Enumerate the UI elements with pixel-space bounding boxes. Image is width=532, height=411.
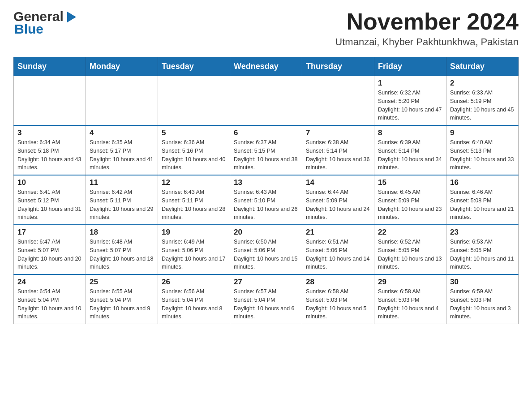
day-number: 1 (378, 79, 442, 88)
calendar-cell: 9Sunrise: 6:40 AMSunset: 5:13 PMDaylight… (446, 125, 519, 175)
calendar-cell: 10Sunrise: 6:41 AMSunset: 5:12 PMDayligh… (14, 175, 86, 225)
day-number: 14 (306, 178, 370, 187)
calendar-week-row: 17Sunrise: 6:47 AMSunset: 5:07 PMDayligh… (14, 225, 519, 274)
calendar-cell: 11Sunrise: 6:42 AMSunset: 5:11 PMDayligh… (86, 175, 158, 225)
logo-blue-text: Blue (14, 21, 43, 37)
day-info: Sunrise: 6:53 AMSunset: 5:05 PMDaylight:… (450, 238, 515, 271)
calendar-week-row: 10Sunrise: 6:41 AMSunset: 5:12 PMDayligh… (14, 175, 519, 225)
calendar-cell: 21Sunrise: 6:51 AMSunset: 5:06 PMDayligh… (302, 225, 374, 274)
day-info: Sunrise: 6:57 AMSunset: 5:04 PMDaylight:… (234, 287, 298, 321)
calendar-cell (230, 76, 302, 126)
day-info: Sunrise: 6:40 AMSunset: 5:13 PMDaylight:… (450, 138, 515, 172)
location-subtitle: Utmanzai, Khyber Pakhtunkhwa, Pakistan (335, 36, 519, 48)
calendar-cell: 2Sunrise: 6:33 AMSunset: 5:19 PMDaylight… (446, 76, 519, 126)
day-number: 29 (378, 278, 442, 287)
day-number: 23 (450, 228, 515, 237)
calendar-week-row: 1Sunrise: 6:32 AMSunset: 5:20 PMDaylight… (14, 76, 519, 126)
day-number: 2 (450, 79, 515, 88)
calendar-cell: 22Sunrise: 6:52 AMSunset: 5:05 PMDayligh… (374, 225, 446, 274)
calendar-cell: 17Sunrise: 6:47 AMSunset: 5:07 PMDayligh… (14, 225, 86, 274)
calendar-cell: 8Sunrise: 6:39 AMSunset: 5:14 PMDaylight… (374, 125, 446, 175)
day-number: 28 (306, 278, 370, 287)
day-info: Sunrise: 6:44 AMSunset: 5:09 PMDaylight:… (306, 188, 370, 222)
calendar-cell (158, 76, 230, 126)
day-number: 7 (306, 128, 370, 137)
day-info: Sunrise: 6:50 AMSunset: 5:06 PMDaylight:… (234, 238, 298, 271)
day-number: 4 (90, 128, 154, 137)
day-number: 21 (306, 228, 370, 237)
calendar-cell: 13Sunrise: 6:43 AMSunset: 5:10 PMDayligh… (230, 175, 302, 225)
day-number: 17 (17, 228, 82, 237)
day-number: 26 (162, 278, 226, 287)
day-info: Sunrise: 6:38 AMSunset: 5:14 PMDaylight:… (306, 138, 370, 172)
day-number: 6 (234, 128, 298, 137)
calendar-cell: 7Sunrise: 6:38 AMSunset: 5:14 PMDaylight… (302, 125, 374, 175)
day-header-sunday: Sunday (14, 57, 86, 76)
day-number: 11 (90, 178, 154, 187)
title-block: November 2024 Utmanzai, Khyber Pakhtunkh… (335, 9, 519, 48)
day-number: 30 (450, 278, 515, 287)
day-info: Sunrise: 6:59 AMSunset: 5:03 PMDaylight:… (450, 287, 515, 321)
day-header-tuesday: Tuesday (158, 57, 230, 76)
calendar-cell: 23Sunrise: 6:53 AMSunset: 5:05 PMDayligh… (446, 225, 519, 274)
day-number: 22 (378, 228, 442, 237)
month-year-title: November 2024 (335, 9, 519, 34)
calendar-cell: 16Sunrise: 6:46 AMSunset: 5:08 PMDayligh… (446, 175, 519, 225)
logo-arrow-icon (64, 10, 79, 24)
day-number: 5 (162, 128, 226, 137)
day-number: 10 (17, 178, 82, 187)
day-info: Sunrise: 6:39 AMSunset: 5:14 PMDaylight:… (378, 138, 442, 172)
day-number: 8 (378, 128, 442, 137)
logo: General Blue (13, 9, 79, 37)
calendar-cell: 30Sunrise: 6:59 AMSunset: 5:03 PMDayligh… (446, 274, 519, 324)
day-number: 3 (17, 128, 82, 137)
day-info: Sunrise: 6:43 AMSunset: 5:11 PMDaylight:… (162, 188, 226, 222)
day-info: Sunrise: 6:43 AMSunset: 5:10 PMDaylight:… (234, 188, 298, 222)
day-info: Sunrise: 6:46 AMSunset: 5:08 PMDaylight:… (450, 188, 515, 222)
day-info: Sunrise: 6:58 AMSunset: 5:03 PMDaylight:… (378, 287, 442, 321)
day-header-thursday: Thursday (302, 57, 374, 76)
calendar-cell (302, 76, 374, 126)
day-number: 18 (90, 228, 154, 237)
calendar-cell: 26Sunrise: 6:56 AMSunset: 5:04 PMDayligh… (158, 274, 230, 324)
day-info: Sunrise: 6:49 AMSunset: 5:06 PMDaylight:… (162, 238, 226, 271)
day-number: 19 (162, 228, 226, 237)
day-number: 27 (234, 278, 298, 287)
day-info: Sunrise: 6:41 AMSunset: 5:12 PMDaylight:… (17, 188, 82, 222)
calendar-cell: 14Sunrise: 6:44 AMSunset: 5:09 PMDayligh… (302, 175, 374, 225)
page-header: General Blue November 2024 Utmanzai, Khy… (13, 9, 519, 48)
day-number: 24 (17, 278, 82, 287)
day-number: 20 (234, 228, 298, 237)
day-header-saturday: Saturday (446, 57, 519, 76)
calendar-cell: 1Sunrise: 6:32 AMSunset: 5:20 PMDaylight… (374, 76, 446, 126)
day-info: Sunrise: 6:32 AMSunset: 5:20 PMDaylight:… (378, 89, 442, 122)
calendar-cell: 18Sunrise: 6:48 AMSunset: 5:07 PMDayligh… (86, 225, 158, 274)
calendar-cell: 27Sunrise: 6:57 AMSunset: 5:04 PMDayligh… (230, 274, 302, 324)
calendar-week-row: 24Sunrise: 6:54 AMSunset: 5:04 PMDayligh… (14, 274, 519, 324)
calendar-cell: 15Sunrise: 6:45 AMSunset: 5:09 PMDayligh… (374, 175, 446, 225)
calendar-cell: 29Sunrise: 6:58 AMSunset: 5:03 PMDayligh… (374, 274, 446, 324)
day-number: 15 (378, 178, 442, 187)
calendar-cell: 25Sunrise: 6:55 AMSunset: 5:04 PMDayligh… (86, 274, 158, 324)
calendar-cell: 6Sunrise: 6:37 AMSunset: 5:15 PMDaylight… (230, 125, 302, 175)
day-number: 25 (90, 278, 154, 287)
day-number: 13 (234, 178, 298, 187)
day-info: Sunrise: 6:37 AMSunset: 5:15 PMDaylight:… (234, 138, 298, 172)
calendar-cell (86, 76, 158, 126)
day-number: 16 (450, 178, 515, 187)
day-info: Sunrise: 6:45 AMSunset: 5:09 PMDaylight:… (378, 188, 442, 222)
day-info: Sunrise: 6:56 AMSunset: 5:04 PMDaylight:… (162, 287, 226, 321)
calendar-cell: 12Sunrise: 6:43 AMSunset: 5:11 PMDayligh… (158, 175, 230, 225)
calendar-cell: 19Sunrise: 6:49 AMSunset: 5:06 PMDayligh… (158, 225, 230, 274)
calendar-cell: 5Sunrise: 6:36 AMSunset: 5:16 PMDaylight… (158, 125, 230, 175)
day-info: Sunrise: 6:48 AMSunset: 5:07 PMDaylight:… (90, 238, 154, 271)
calendar-cell (14, 76, 86, 126)
day-info: Sunrise: 6:55 AMSunset: 5:04 PMDaylight:… (90, 287, 154, 321)
day-number: 9 (450, 128, 515, 137)
day-header-friday: Friday (374, 57, 446, 76)
calendar-cell: 24Sunrise: 6:54 AMSunset: 5:04 PMDayligh… (14, 274, 86, 324)
svg-marker-0 (67, 12, 76, 22)
day-info: Sunrise: 6:54 AMSunset: 5:04 PMDaylight:… (17, 287, 82, 321)
day-info: Sunrise: 6:42 AMSunset: 5:11 PMDaylight:… (90, 188, 154, 222)
day-number: 12 (162, 178, 226, 187)
